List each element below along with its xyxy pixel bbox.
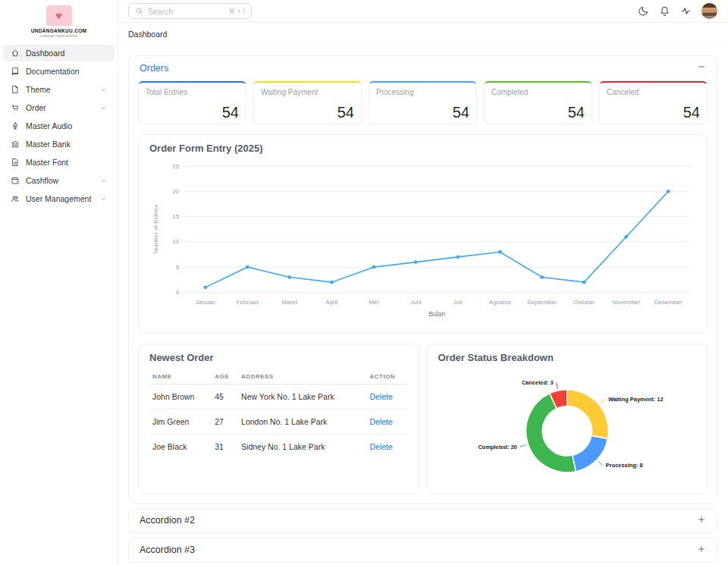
svg-text:Oktober: Oktober	[573, 299, 595, 306]
svg-text:September: September	[527, 299, 557, 306]
bottom-row: Newest Order NAMEAGEADDRESSACTION John B…	[138, 344, 708, 494]
delete-link[interactable]: Delete	[369, 417, 392, 426]
column-header-address: ADDRESS	[238, 369, 366, 385]
sidebar-item-order[interactable]: Order	[3, 99, 115, 116]
table-row: Jim Green27London No. 1 Lake ParkDelete	[149, 409, 408, 434]
cell-age: 27	[212, 409, 238, 434]
svg-text:November: November	[612, 299, 640, 306]
heart-icon: ♥	[55, 10, 62, 21]
svg-text:Maret: Maret	[282, 299, 298, 306]
delete-link[interactable]: Delete	[369, 392, 392, 401]
search-box[interactable]: ⌘ + /	[128, 3, 252, 19]
line-chart: 0510152025JanuariFebruariMaretAprilMeiJu…	[149, 157, 696, 325]
collapse-minus-icon[interactable]	[697, 62, 706, 74]
chevron-down-icon	[100, 105, 107, 111]
donut-slice-waiting-payment	[566, 389, 608, 438]
cell-address: New York No. 1 Lake Park	[238, 384, 366, 409]
sidebar-item-cashflow[interactable]: Cashflow	[3, 172, 115, 189]
font-icon	[11, 158, 20, 167]
svg-text:Completed: 20: Completed: 20	[478, 444, 516, 450]
topbar-icons	[638, 3, 717, 19]
order-status-title: Order Status Breakdown	[438, 352, 697, 363]
cell-age: 45	[212, 384, 238, 409]
sidebar-item-user-management[interactable]: User Management	[3, 190, 115, 207]
svg-text:April: April	[325, 299, 337, 306]
sidebar: ♥ UNDANGANKUU.COM undangan digital websi…	[0, 0, 118, 565]
stat-label: Canceled	[607, 88, 700, 96]
donut-chart: Canceled: 3Waiting Payment: 12Processing…	[438, 366, 697, 493]
search-input[interactable]	[148, 7, 224, 16]
cell-address: Sidney No. 1 Lake Park	[238, 434, 366, 459]
stat-label: Total Entries	[146, 88, 239, 96]
stat-label: Processing	[376, 88, 469, 96]
accordion-2: Accordion #2	[128, 508, 717, 533]
plus-icon	[697, 545, 706, 554]
sidebar-item-label: Dashboard	[26, 49, 64, 58]
cell-address: London No. 1 Lake Park	[238, 409, 366, 434]
logo-title: UNDANGANKUU.COM	[0, 28, 118, 33]
accordion-2-title: Accordion #2	[140, 515, 195, 526]
line-chart-title: Order Form Entry (2025)	[149, 143, 696, 154]
stat-card-processing: Processing54	[369, 81, 477, 124]
svg-text:Bulan: Bulan	[428, 310, 445, 318]
cell-name: John Brown	[149, 384, 212, 409]
plus-icon	[697, 515, 706, 524]
table-row: John Brown45New York No. 1 Lake ParkDele…	[149, 384, 408, 409]
expand-plus-icon[interactable]	[697, 545, 706, 556]
stat-card-waiting-payment: Waiting Payment54	[253, 81, 362, 124]
avatar[interactable]	[701, 3, 717, 19]
svg-text:Processing: 8: Processing: 8	[605, 462, 642, 469]
chevron-down-icon	[100, 196, 107, 202]
column-header-name: NAME	[149, 369, 212, 385]
column-header-age: AGE	[212, 369, 238, 385]
sidebar-item-dashboard[interactable]: Dashboard	[3, 45, 115, 61]
cell-name: Joe Black	[149, 434, 212, 459]
sidebar-item-documentation[interactable]: Documentation	[3, 63, 115, 80]
svg-text:10: 10	[172, 238, 179, 245]
breadcrumb-item[interactable]: Dashboard	[128, 30, 167, 39]
cell-name: Jim Green	[149, 409, 212, 434]
sidebar-item-label: Master Font	[26, 158, 68, 167]
theme-icon	[11, 85, 20, 94]
audio-icon	[11, 121, 20, 130]
activity-icon[interactable]	[680, 5, 692, 17]
delete-link[interactable]: Delete	[369, 442, 392, 451]
svg-text:Januari: Januari	[196, 299, 216, 306]
logo-subtitle: undangan digital website	[0, 34, 118, 38]
sidebar-item-master-audio[interactable]: Master Audio	[3, 118, 115, 134]
expand-plus-icon[interactable]	[697, 515, 706, 526]
sidebar-item-master-bank[interactable]: Master Bank	[3, 136, 115, 152]
home-icon	[11, 49, 20, 58]
dark-mode-icon[interactable]	[638, 5, 649, 17]
logo-image: ♥	[46, 5, 72, 26]
sidebar-item-label: Theme	[26, 85, 51, 94]
accordion-3-header[interactable]: Accordion #3	[129, 538, 717, 562]
stat-value: 54	[146, 105, 239, 120]
accordion-3: Accordion #3	[128, 538, 717, 563]
search-icon	[135, 7, 143, 15]
stat-label: Completed	[491, 88, 585, 96]
svg-text:Agustus: Agustus	[489, 299, 511, 306]
svg-text:Desember: Desember	[654, 299, 682, 306]
svg-text:20: 20	[172, 188, 179, 195]
svg-text:Mei: Mei	[369, 299, 378, 306]
orders-panel-header[interactable]: Orders	[129, 56, 717, 80]
newest-order-card: Newest Order NAMEAGEADDRESSACTION John B…	[138, 344, 419, 494]
order-status-card: Order Status Breakdown Canceled: 3Waitin…	[427, 344, 708, 494]
svg-text:25: 25	[172, 163, 179, 170]
stat-value: 54	[607, 105, 700, 120]
stat-value: 54	[491, 105, 585, 120]
orders-panel-body: Total Entries54Waiting Payment54Processi…	[129, 80, 717, 503]
sidebar-item-master-font[interactable]: Master Font	[3, 154, 115, 171]
sidebar-item-label: Documentation	[26, 67, 80, 76]
cart-icon	[11, 103, 20, 112]
breadcrumb: Dashboard	[118, 23, 728, 46]
sidebar-item-theme[interactable]: Theme	[3, 81, 115, 98]
book-icon	[11, 67, 20, 76]
svg-text:Number of Entries: Number of Entries	[152, 205, 159, 254]
svg-text:Waiting Payment: 12: Waiting Payment: 12	[608, 396, 663, 403]
notification-bell-icon[interactable]	[659, 5, 670, 17]
stat-card-completed: Completed54	[484, 81, 592, 124]
accordion-2-header[interactable]: Accordion #2	[129, 509, 717, 532]
minus-icon	[697, 62, 706, 71]
